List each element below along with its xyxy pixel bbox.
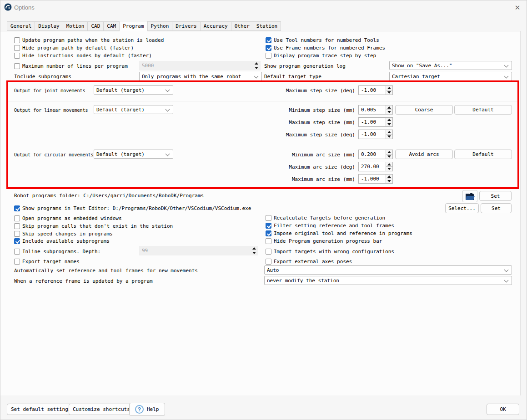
joint-max-step-deg-spinbox[interactable]: -1.00 bbox=[358, 85, 393, 95]
spin-down-icon[interactable] bbox=[251, 251, 258, 255]
spin-down-icon[interactable] bbox=[386, 110, 392, 114]
checkbox-box[interactable] bbox=[14, 37, 20, 43]
spin-up-icon[interactable] bbox=[386, 175, 392, 179]
checkbox-use-frame-numbers[interactable]: Use Frame numbers for numbered Frames bbox=[266, 45, 385, 51]
output-linear-dropdown[interactable]: Default (target) bbox=[94, 105, 173, 114]
checkbox-box[interactable] bbox=[266, 230, 271, 236]
linear-min-step-mm-spinbox[interactable]: 0.005 bbox=[358, 105, 393, 115]
spin-down-icon[interactable] bbox=[386, 135, 392, 139]
select-editor-button[interactable]: Select... bbox=[445, 203, 479, 213]
set-default-settings-button[interactable]: Set default settings bbox=[7, 404, 75, 415]
checkbox-skip-program-calls[interactable]: Skip program calls that don't exist in t… bbox=[14, 223, 173, 230]
show-log-dropdown[interactable]: Show on "Save As..." bbox=[389, 61, 512, 70]
checkbox-box[interactable] bbox=[14, 53, 20, 59]
tab-python[interactable]: Python bbox=[148, 21, 173, 31]
checkbox-box[interactable] bbox=[14, 63, 20, 69]
spin-up-icon[interactable] bbox=[386, 105, 392, 110]
output-circular-dropdown[interactable]: Default (target) bbox=[94, 150, 173, 159]
tab-general[interactable]: General bbox=[7, 21, 35, 31]
checkbox-box[interactable] bbox=[266, 37, 271, 43]
checkbox-include-available-subprograms[interactable]: Include available subprograms bbox=[14, 238, 110, 245]
checkbox-skip-speed-changes[interactable]: Skip speed changes in programs bbox=[14, 230, 113, 237]
checkbox-box[interactable] bbox=[14, 215, 20, 221]
checkbox-box[interactable] bbox=[14, 231, 20, 237]
checkbox-box[interactable] bbox=[266, 249, 271, 255]
tab-display[interactable]: Display bbox=[35, 21, 63, 31]
customize-shortcuts-button[interactable]: Customize shortcuts bbox=[69, 404, 134, 415]
checkbox-box[interactable] bbox=[266, 45, 271, 51]
close-icon[interactable]: ✕ bbox=[511, 2, 524, 13]
checkbox-inline-subprograms[interactable]: Inline subprograms. Depth: bbox=[14, 248, 100, 255]
linear-max-step-mm-spinbox[interactable]: -1.00 bbox=[358, 117, 393, 127]
tab-cad[interactable]: CAD bbox=[88, 21, 104, 31]
circular-min-arc-mm-spinbox[interactable]: 0.200 bbox=[358, 150, 393, 159]
ok-button[interactable]: OK bbox=[487, 404, 519, 415]
inline-depth-spinbox[interactable]: 99 bbox=[139, 246, 258, 255]
set-folder-button[interactable]: Set bbox=[479, 191, 512, 201]
tab-program[interactable]: Program bbox=[120, 21, 147, 31]
spin-down-icon[interactable] bbox=[386, 90, 392, 95]
checkbox-box[interactable] bbox=[266, 215, 271, 221]
tab-accuracy[interactable]: Accuracy bbox=[201, 21, 231, 31]
spin-up-icon[interactable] bbox=[251, 246, 258, 251]
checkbox-box[interactable] bbox=[14, 45, 20, 51]
checkbox-update-program-paths[interactable]: Update program paths when the station is… bbox=[14, 37, 164, 44]
checkbox-export-target-names[interactable]: Export target names bbox=[14, 258, 80, 265]
circular-avoid-arcs-button[interactable]: Avoid arcs bbox=[395, 150, 453, 159]
checkbox-use-tool-numbers[interactable]: Use Tool numbers for numbered Tools bbox=[266, 37, 379, 44]
default-target-type-dropdown[interactable]: Cartesian target bbox=[389, 72, 512, 81]
circular-max-arc-mm-spinbox[interactable]: -1.000 bbox=[358, 174, 393, 184]
spin-down-icon[interactable] bbox=[386, 167, 392, 171]
circular-max-arc-deg-spinbox[interactable]: 270.00 bbox=[358, 162, 393, 171]
checkbox-box[interactable] bbox=[266, 259, 271, 265]
auto-frames-dropdown[interactable]: Auto bbox=[264, 265, 512, 275]
include-subprograms-dropdown[interactable]: Only programs with the same robot bbox=[139, 72, 262, 81]
checkbox-hide-instruction-nodes[interactable]: Hide instructions nodes by default (fast… bbox=[14, 52, 152, 59]
help-button[interactable]: ? Help bbox=[129, 403, 165, 416]
set-editor-button[interactable]: Set bbox=[481, 203, 512, 213]
linear-coarse-button[interactable]: Coarse bbox=[395, 105, 453, 115]
checkbox-hide-program-path[interactable]: Hide program path by default (faster) bbox=[14, 45, 134, 51]
max-lines-spinbox[interactable]: 5000 bbox=[139, 61, 261, 70]
linear-default-button[interactable]: Default bbox=[454, 105, 512, 115]
spin-down-icon[interactable] bbox=[386, 155, 392, 159]
spin-up-icon[interactable] bbox=[386, 118, 392, 122]
output-joint-dropdown[interactable]: Default (target) bbox=[94, 85, 173, 95]
ref-frame-updated-dropdown[interactable]: never modify the station bbox=[264, 276, 512, 285]
linear-min-step-mm-label: Minimum step size (mm) bbox=[289, 107, 355, 114]
checkbox-filter-setting-frames[interactable]: Filter setting reference and tool frames bbox=[266, 222, 394, 229]
checkbox-open-embedded-windows[interactable]: Open programs as embedded windows bbox=[14, 215, 122, 222]
checkbox-hide-progress-bar[interactable]: Hide Program generation progress bar bbox=[266, 238, 382, 245]
checkbox-max-lines-per-program[interactable]: Maximum number of lines per program bbox=[14, 63, 128, 70]
spin-down-icon[interactable] bbox=[386, 122, 392, 126]
spin-up-icon[interactable] bbox=[386, 162, 392, 167]
checkbox-display-program-trace[interactable]: Display program trace step by step bbox=[266, 52, 376, 59]
spin-up-icon[interactable] bbox=[253, 61, 260, 66]
checkbox-impose-original-tool[interactable]: Impose original tool and reference in pr… bbox=[266, 230, 412, 237]
tab-cam[interactable]: CAM bbox=[104, 21, 120, 31]
checkbox-box[interactable] bbox=[14, 249, 20, 255]
checkbox-box[interactable] bbox=[14, 259, 20, 265]
checkbox-box[interactable] bbox=[266, 223, 271, 229]
browse-folder-button[interactable] bbox=[462, 190, 477, 202]
circular-default-button[interactable]: Default bbox=[454, 150, 512, 159]
spin-up-icon[interactable] bbox=[386, 86, 392, 90]
checkbox-recalculate-targets[interactable]: Recalculate Targets before generation bbox=[266, 215, 385, 221]
checkbox-box[interactable] bbox=[14, 238, 20, 244]
spin-down-icon[interactable] bbox=[253, 66, 260, 70]
checkbox-import-wrong-configurations[interactable]: Import targets with wrong configurations bbox=[266, 248, 394, 255]
spin-up-icon[interactable] bbox=[386, 150, 392, 155]
checkbox-box[interactable] bbox=[14, 205, 20, 211]
checkbox-box[interactable] bbox=[266, 53, 271, 59]
checkbox-show-programs-text-editor[interactable]: Show programs in Text Editor: D:/Program… bbox=[14, 205, 251, 212]
checkbox-export-external-axes[interactable]: Export external axes poses bbox=[266, 258, 352, 265]
tab-other[interactable]: Other bbox=[231, 21, 253, 31]
spin-down-icon[interactable] bbox=[386, 179, 392, 183]
linear-max-step-deg-spinbox[interactable]: -1.00 bbox=[358, 130, 393, 139]
checkbox-box[interactable] bbox=[14, 223, 20, 229]
checkbox-box[interactable] bbox=[266, 238, 271, 244]
spin-up-icon[interactable] bbox=[386, 130, 392, 135]
tab-motion[interactable]: Motion bbox=[63, 21, 88, 31]
tab-drivers[interactable]: Drivers bbox=[172, 21, 200, 31]
tab-station[interactable]: Station bbox=[253, 21, 281, 31]
